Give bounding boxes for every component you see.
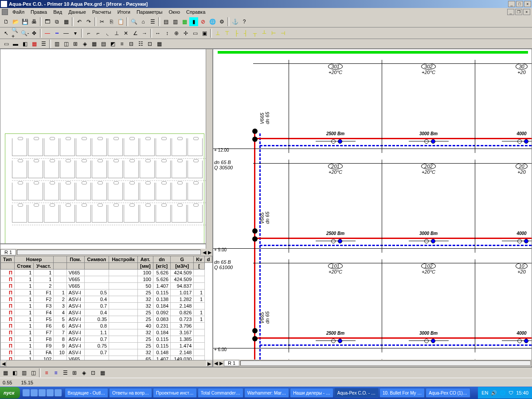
bt9-icon[interactable]: ◈ <box>79 368 88 377</box>
obj12-icon[interactable]: ◩ <box>108 39 117 48</box>
menu-edit[interactable]: Правка <box>28 9 50 15</box>
obj16-icon[interactable]: ⊡ <box>145 39 154 48</box>
preview-icon[interactable]: 🗔 <box>43 17 52 26</box>
窗-icon[interactable]: ▦ <box>62 17 70 26</box>
calc-icon[interactable]: ▦ <box>180 17 189 26</box>
menu-calc[interactable]: Расчеты <box>90 9 114 15</box>
layers-icon[interactable]: ☰ <box>148 17 157 26</box>
gear-icon[interactable]: ⚙ <box>217 17 226 26</box>
table-row[interactable]: П1F44ASV-I0.4250.0920.8261 <box>1 309 212 316</box>
obj7-icon[interactable]: ◫ <box>62 39 70 48</box>
group-icon[interactable]: ▣ <box>200 29 209 38</box>
pin-y1-icon[interactable]: ⊥ <box>213 29 222 38</box>
tray-icon[interactable]: 🛡 <box>509 390 513 395</box>
obj5-icon[interactable]: ☰ <box>39 39 48 48</box>
cross-icon[interactable]: ✕ <box>121 29 130 38</box>
start-button[interactable]: пуск <box>0 387 20 399</box>
table-row[interactable]: П11V6651005.626424.509 <box>1 270 212 276</box>
tray-icon[interactable]: 🌐 <box>500 390 506 396</box>
pin-y3-icon[interactable]: ├ <box>232 29 241 38</box>
zoom-in-icon[interactable]: 🔍+ <box>11 29 20 38</box>
bt7-icon[interactable]: ☰ <box>61 368 70 377</box>
table-row[interactable]: П1F33ASV-I0.7320.1842.148 <box>1 303 212 309</box>
obj17-icon[interactable]: ▦ <box>155 39 164 48</box>
taskbar-item[interactable]: Aqua-Pex С.О. - … <box>334 388 379 398</box>
paste-icon[interactable]: 📋 <box>116 17 125 26</box>
table-row[interactable]: П1FA10ASV-I0.7320.1482.148 <box>1 349 212 356</box>
bt8-icon[interactable]: ⊞ <box>70 368 79 377</box>
line-blue-icon[interactable]: ┅ <box>52 29 61 38</box>
bt10-icon[interactable]: ⊡ <box>89 368 98 377</box>
cut-icon[interactable]: ✂ <box>98 17 106 26</box>
table-row[interactable]: П12V665501.40794.837 <box>1 283 212 289</box>
table-row[interactable]: П1F99ASV-I0.75250.1151.474 <box>1 343 212 349</box>
dim-h-icon[interactable]: ↔ <box>153 29 162 38</box>
results-table[interactable]: ТипНомерПом.СимволНастройкАвт.dnGKvd Сто… <box>0 256 212 360</box>
taskbar-item[interactable]: Входящие - Outl… <box>65 388 109 398</box>
ql-icon[interactable] <box>23 389 30 396</box>
obj15-icon[interactable]: ☷ <box>136 39 145 48</box>
preview-scrollbar-h[interactable] <box>17 250 201 255</box>
open-file-icon[interactable]: 📂 <box>11 17 20 26</box>
bt3-icon[interactable]: ▥ <box>20 368 28 377</box>
mdi-close-button[interactable]: × <box>523 9 530 15</box>
table-header[interactable]: Пом. <box>66 256 84 263</box>
redo-icon[interactable]: ↷ <box>84 17 93 26</box>
bt1-icon[interactable]: ▦ <box>1 368 10 377</box>
pin-y8-icon[interactable]: ⊣ <box>278 29 287 38</box>
obj4-icon[interactable]: ▦ <box>30 39 39 48</box>
minimize-button[interactable]: _ <box>508 1 515 7</box>
table-row[interactable]: П1F55ASV-I0.35250.0830.7231 <box>1 316 212 323</box>
zoom-out-icon[interactable]: 🔍- <box>20 29 29 38</box>
close-button[interactable]: × <box>524 1 531 7</box>
taskbar-item[interactable]: Проектные инст… <box>153 388 197 398</box>
grid2-icon[interactable]: ▥ <box>171 17 180 26</box>
line-red-icon[interactable]: — <box>43 29 52 38</box>
bt6-icon[interactable]: ≡ <box>51 368 60 377</box>
stop-icon[interactable]: ⊘ <box>199 17 207 26</box>
print-icon[interactable]: 🖶 <box>30 17 39 26</box>
taskbar-item[interactable]: Total Commander… <box>198 388 243 398</box>
pin-y6-icon[interactable]: ┴ <box>260 29 269 38</box>
junction-icon[interactable]: ⊕ <box>172 29 181 38</box>
table-header[interactable]: Kv <box>194 256 205 263</box>
table-header[interactable]: Символ <box>84 256 109 263</box>
preview-scrollbar-v[interactable] <box>206 49 212 249</box>
taskbar-item[interactable]: Warhammer: Mar… <box>244 388 289 398</box>
pin-y5-icon[interactable]: ┬ <box>250 29 259 38</box>
ql-icon[interactable] <box>55 389 62 396</box>
menu-params[interactable]: Параметры <box>134 9 165 15</box>
save-icon[interactable]: 💾 <box>20 17 29 26</box>
table-row[interactable]: П1F11ASV-I0.5250.1151.0171 <box>1 289 212 296</box>
obj2-icon[interactable]: ▬ <box>11 39 20 48</box>
table-header[interactable]: dn <box>153 256 170 263</box>
line-dropdown-icon[interactable]: ▾ <box>71 29 80 38</box>
drawing-scrollbar-h[interactable] <box>240 360 531 366</box>
obj1-icon[interactable]: ▭ <box>2 39 11 48</box>
copy-window-icon[interactable]: ⧉ <box>52 17 61 26</box>
undo-icon[interactable]: ↶ <box>75 17 84 26</box>
table-row[interactable]: П1F88ASV-I0.7250.1151.385 <box>1 336 212 343</box>
menu-data[interactable]: Данные <box>66 9 89 15</box>
obj3-icon[interactable]: ◧ <box>20 39 29 48</box>
find-icon[interactable]: 🔍 <box>129 17 138 26</box>
taskbar-item[interactable]: Ответы на вопр… <box>109 388 152 398</box>
arc-icon[interactable]: ◟ <box>103 29 112 38</box>
preview-drawing[interactable] <box>0 49 206 244</box>
obj13-icon[interactable]: ≡ <box>117 39 126 48</box>
help-icon[interactable]: ? <box>240 17 249 26</box>
ql-icon[interactable] <box>47 389 54 396</box>
ql-icon[interactable] <box>31 389 38 396</box>
menu-results[interactable]: Итоги <box>115 9 133 15</box>
table-header[interactable]: G <box>171 256 194 263</box>
move-icon[interactable]: ✢ <box>181 29 190 38</box>
line-black-icon[interactable]: — <box>62 29 70 38</box>
tray-lang[interactable]: EN <box>481 390 488 395</box>
drawing-tab-r1[interactable]: R 1 <box>224 360 239 366</box>
table-row[interactable]: П1F66ASV-I0.8400.2313.796 <box>1 323 212 329</box>
globe-icon[interactable]: 🌐 <box>208 17 217 26</box>
table-row[interactable]: П1F22ASV-I0.4320.1381.2821 <box>1 296 212 303</box>
pin-y7-icon[interactable]: ⊢ <box>269 29 278 38</box>
pin-y2-icon[interactable]: ⊤ <box>223 29 231 38</box>
menu-window[interactable]: Окно <box>166 9 183 15</box>
